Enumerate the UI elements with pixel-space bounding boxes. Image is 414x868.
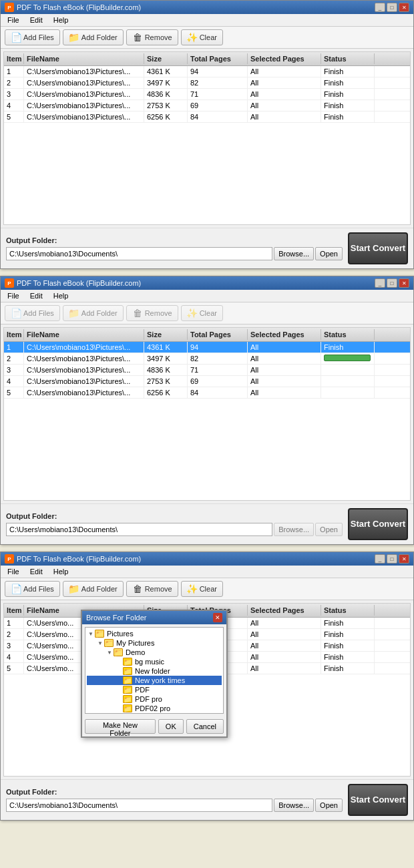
tree-arrow-icon[interactable] — [115, 704, 123, 712]
file-cell: 4836 K — [144, 89, 188, 99]
file-cell: 3497 K — [144, 353, 188, 364]
tree-item[interactable]: 📁bg music — [87, 657, 222, 666]
menu-help-2[interactable]: Help — [51, 291, 71, 300]
start-convert-btn-1[interactable]: Start Convert — [348, 232, 408, 264]
menu-file-3[interactable]: File — [5, 567, 22, 576]
make-new-folder-btn[interactable]: Make New Folder — [85, 719, 156, 734]
file-row[interactable]: 5C:\Users\mobiano13\Pictures\...6256 K84… — [4, 387, 410, 399]
minimize-btn-2[interactable]: _ — [375, 278, 385, 288]
output-folder-input-1[interactable] — [6, 247, 272, 260]
file-row[interactable]: 3C:\Users\mobiano13\Pictures\...4836 K71… — [4, 365, 410, 376]
output-folder-input-2[interactable] — [6, 523, 272, 536]
file-cell: All — [248, 77, 321, 88]
file-row[interactable]: 2C:\Users\mobiano13\Pictures\...3497 K82… — [4, 77, 410, 89]
add-files-btn-1[interactable]: 📄 Add Files — [5, 29, 60, 45]
output-folder-input-3[interactable] — [6, 799, 272, 812]
clear-btn-1[interactable]: ✨ Clear — [181, 29, 223, 45]
browse-btn-2: Browse... — [274, 523, 314, 536]
tree-item[interactable]: 📁PDF pro — [87, 694, 222, 704]
file-row[interactable]: 3C:\Users\mobiano13\Pictures\...4836 K71… — [4, 89, 410, 100]
file-row[interactable]: 5C:\Users\mobiano13\Pictures\...6256 K84… — [4, 112, 410, 123]
close-btn-1[interactable]: ✕ — [399, 3, 409, 12]
menu-help-1[interactable]: Help — [51, 15, 71, 25]
remove-btn-1[interactable]: 🗑 Remove — [126, 29, 178, 45]
start-convert-btn-2[interactable]: Start Convert — [348, 508, 408, 540]
tree-arrow-icon[interactable]: ▼ — [87, 630, 95, 638]
dialog-close-btn[interactable]: ✕ — [213, 613, 222, 622]
add-files-btn-3[interactable]: 📄 Add Files — [5, 581, 60, 597]
tree-arrow-icon[interactable] — [115, 658, 123, 666]
col-item-2: Item — [4, 329, 24, 340]
clear-icon-2: ✨ — [187, 308, 198, 318]
tree-item[interactable]: 📁New york times — [87, 676, 222, 685]
tree-arrow-icon[interactable]: ▼ — [106, 648, 114, 656]
status-cell: Finish — [321, 89, 375, 99]
tree-arrow-icon[interactable] — [115, 676, 123, 684]
file-cell: 3 — [4, 365, 24, 375]
col-status-1: Status — [321, 53, 375, 64]
folder-icon: 📁 — [104, 639, 114, 647]
menu-edit-2[interactable]: Edit — [27, 291, 45, 300]
menu-edit-3[interactable]: Edit — [27, 567, 45, 576]
clear-btn-3[interactable]: ✨ Clear — [181, 581, 223, 597]
open-btn-1[interactable]: Open — [315, 247, 343, 260]
menu-file-1[interactable]: File — [5, 15, 22, 25]
menu-help-3[interactable]: Help — [51, 567, 71, 576]
tree-item[interactable]: ▼📁Demo — [87, 648, 222, 657]
tree-item-label: PDF02 pro — [135, 704, 170, 712]
tree-item[interactable]: ▼📁Pictures — [87, 629, 222, 638]
close-btn-2[interactable]: ✕ — [399, 278, 409, 288]
tree-item[interactable]: 📁New folder — [87, 666, 222, 676]
browse-folder-dialog: Browse For Folder ✕ ▼📁Pictures▼📁My Pictu… — [81, 610, 228, 738]
file-cell: C:\Users\mobiano13\Pictures\... — [24, 89, 144, 99]
file-cell: 2753 K — [144, 376, 188, 387]
output-folder-label-2: Output Folder: — [6, 512, 57, 520]
tree-arrow-icon[interactable] — [115, 667, 123, 675]
tree-arrow-icon[interactable] — [115, 695, 123, 703]
file-list-header-1: Item FileName Size Total Pages Selected … — [4, 52, 410, 66]
file-cell: 84 — [188, 112, 248, 122]
remove-btn-3[interactable]: 🗑 Remove — [126, 581, 178, 597]
file-cell: All — [248, 342, 321, 353]
tree-item[interactable]: 📁PDF02 pro — [87, 704, 222, 713]
minimize-btn-3[interactable]: _ — [375, 554, 385, 564]
menu-file-2[interactable]: File — [5, 291, 22, 300]
col-size-2: Size — [144, 329, 188, 340]
minimize-btn-1[interactable]: _ — [375, 3, 385, 12]
file-row[interactable]: 1C:\Users\mobiano13\Pictures\...4361 K94… — [4, 66, 410, 77]
tree-arrow-icon[interactable] — [115, 686, 123, 694]
folder-tree[interactable]: ▼📁Pictures▼📁My Pictures▼📁Demo 📁bg music … — [85, 627, 224, 714]
file-cell: All — [248, 89, 321, 99]
tree-arrow-icon[interactable]: ▼ — [96, 639, 104, 647]
status-cell: Finish — [321, 629, 375, 640]
file-cell: 4 — [4, 100, 24, 111]
maximize-btn-1[interactable]: □ — [387, 3, 397, 12]
file-row[interactable]: 2C:\Users\mobiano13\Pictures\...3497 K82… — [4, 353, 410, 365]
status-cell: Finish — [321, 342, 375, 353]
file-cell: 94 — [188, 66, 248, 77]
add-folder-btn-3[interactable]: 📁 Add Folder — [63, 581, 124, 597]
tree-item[interactable]: ▼📁My Pictures — [87, 638, 222, 648]
file-row[interactable]: 4C:\Users\mobiano13\Pictures\...2753 K69… — [4, 376, 410, 387]
browse-btn-1[interactable]: Browse... — [274, 247, 314, 260]
file-cell: 2753 K — [144, 100, 188, 111]
tree-item-label: PDF — [135, 686, 150, 694]
status-cell: Finish — [321, 66, 375, 77]
start-convert-btn-3[interactable]: Start Convert — [348, 784, 408, 816]
tree-item[interactable]: 📁PDF — [87, 685, 222, 694]
maximize-btn-2[interactable]: □ — [387, 278, 397, 288]
file-row[interactable]: 4C:\Users\mobiano13\Pictures\...2753 K69… — [4, 100, 410, 112]
browse-btn-3[interactable]: Browse... — [274, 799, 314, 812]
file-cell: All — [248, 618, 321, 628]
tree-item-label: Demo — [126, 648, 145, 656]
maximize-btn-3[interactable]: □ — [387, 554, 397, 564]
file-cell: All — [248, 640, 321, 651]
title-bar-2: P PDF To Flash eBook (FlipBuilder.com) _… — [1, 276, 413, 290]
add-folder-btn-1[interactable]: 📁 Add Folder — [63, 29, 124, 45]
menu-edit-1[interactable]: Edit — [27, 15, 45, 25]
open-btn-3[interactable]: Open — [315, 799, 343, 812]
dialog-cancel-btn[interactable]: Cancel — [186, 719, 224, 734]
file-row[interactable]: 1C:\Users\mobiano13\Pictures\...4361 K94… — [4, 342, 410, 353]
dialog-ok-btn[interactable]: OK — [158, 719, 184, 734]
close-btn-3[interactable]: ✕ — [399, 554, 409, 564]
